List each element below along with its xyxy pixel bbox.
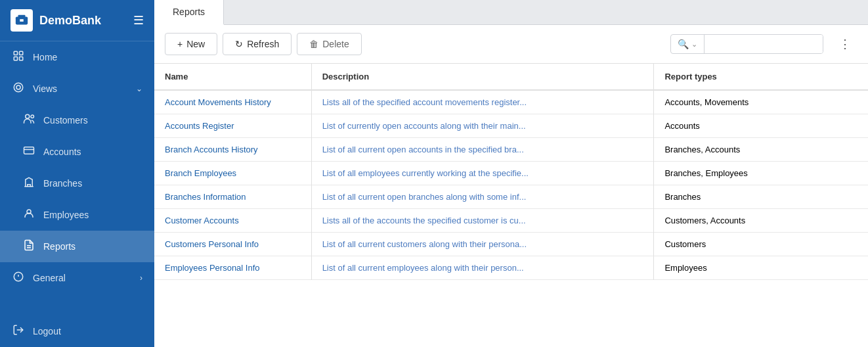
report-name-cell[interactable]: Branches Information [154,185,311,209]
views-icon [12,81,25,96]
views-chevron-icon: ⌄ [136,84,142,93]
table-row[interactable]: Branch Accounts HistoryList of all curre… [154,138,868,162]
tab-reports[interactable]: Reports [154,0,224,25]
sidebar-item-logout[interactable]: Logout [0,315,154,347]
sidebar-item-branches[interactable]: Branches [0,168,154,199]
svg-point-8 [16,85,20,89]
svg-rect-1 [18,15,26,18]
svg-point-7 [14,83,23,92]
new-button[interactable]: + New [165,33,217,55]
report-types-cell: Customers [654,233,868,256]
home-icon [12,50,25,64]
content-area: + New ↻ Refresh 🗑 Delete 🔍 ⌄ ⋮ [154,25,868,347]
report-types-cell: Accounts [654,114,868,138]
sidebar-item-employees-label: Employees [43,210,89,220]
search-controls[interactable]: 🔍 ⌄ [671,35,705,53]
svg-rect-2 [20,19,24,22]
more-options-icon[interactable]: ⋮ [833,33,857,55]
employees-icon [22,208,35,222]
refresh-icon: ↻ [235,39,243,49]
sidebar-item-views[interactable]: Views ⌄ [0,73,154,104]
sidebar-header: DemoBank ☰ [0,0,154,41]
sidebar-item-home-label: Home [33,52,57,62]
svg-point-9 [26,114,30,118]
refresh-button[interactable]: ↻ Refresh [223,33,292,55]
delete-button[interactable]: 🗑 Delete [297,33,361,55]
report-description-cell: List of all current employees along with… [311,256,654,280]
general-icon [12,271,25,285]
svg-rect-3 [14,51,17,55]
col-types-header: Report types [654,64,868,90]
table-row[interactable]: Customer AccountsLists all of the accoun… [154,209,868,233]
table-row[interactable]: Accounts RegisterList of currently open … [154,114,868,138]
logo-area: DemoBank [11,9,101,32]
report-name-cell[interactable]: Customer Accounts [154,209,311,233]
sidebar-item-reports-label: Reports [43,241,76,252]
sidebar-item-customers-label: Customers [43,115,88,126]
toolbar: + New ↻ Refresh 🗑 Delete 🔍 ⌄ ⋮ [154,25,868,64]
main-content: Reports + New ↻ Refresh 🗑 Delete 🔍 ⌄ [154,0,868,347]
svg-rect-5 [14,57,17,60]
report-name-cell[interactable]: Customers Personal Info [154,233,311,256]
sidebar-item-general[interactable]: General › [0,262,154,294]
sidebar-item-reports[interactable]: Reports [0,231,154,262]
branches-icon [22,176,35,191]
svg-rect-11 [24,147,34,154]
report-types-cell: Customers, Accounts [654,209,868,233]
table-row[interactable]: Account Movements HistoryLists all of th… [154,90,868,114]
sidebar-item-general-label: General [33,273,66,283]
report-description-cell: Lists all of the accounts the specified … [311,209,654,233]
logo-text: DemoBank [39,14,101,28]
report-types-cell: Accounts, Movements [654,90,868,114]
report-description-cell: List of all current customers along with… [311,233,654,256]
sidebar-item-customers[interactable]: Customers [0,104,154,136]
logo-icon [11,9,33,32]
hamburger-icon[interactable]: ☰ [133,13,144,28]
reports-table: Name Description Report types Account Mo… [154,64,868,280]
report-description-cell: List of currently open accounts along wi… [311,114,654,138]
report-name-cell[interactable]: Branch Employees [154,162,311,185]
report-types-cell: Employees [654,256,868,280]
table-row[interactable]: Branch EmployeesList of all employees cu… [154,162,868,185]
table-header-row: Name Description Report types [154,64,868,90]
sidebar-item-employees[interactable]: Employees [0,199,154,231]
sidebar-item-home[interactable]: Home [0,41,154,73]
report-description-cell: List of all current open branches along … [311,185,654,209]
report-name-cell[interactable]: Account Movements History [154,90,311,114]
report-description-cell: List of all current open accounts in the… [311,138,654,162]
sidebar-item-branches-label: Branches [43,178,82,189]
report-description-cell: List of all employees currently working … [311,162,654,185]
report-name-cell[interactable]: Branch Accounts History [154,138,311,162]
report-name-cell[interactable]: Accounts Register [154,114,311,138]
delete-icon: 🗑 [309,39,318,49]
col-name-header: Name [154,64,311,90]
report-description-cell: Lists all of the specified account movem… [311,90,654,114]
sidebar-item-views-label: Views [33,83,57,94]
tab-bar: Reports [154,0,868,25]
customers-icon [22,113,35,127]
reports-table-container: Name Description Report types Account Mo… [154,64,868,347]
svg-rect-6 [20,57,23,60]
accounts-icon [22,145,35,159]
col-description-header: Description [311,64,654,90]
general-chevron-icon: › [140,273,142,283]
reports-icon [22,239,35,254]
sidebar-item-accounts[interactable]: Accounts [0,136,154,168]
sidebar-item-accounts-label: Accounts [43,147,81,157]
table-row[interactable]: Employees Personal InfoList of all curre… [154,256,868,280]
search-input[interactable] [705,35,823,53]
report-types-cell: Branches, Employees [654,162,868,185]
report-types-cell: Branches, Accounts [654,138,868,162]
report-name-cell[interactable]: Employees Personal Info [154,256,311,280]
plus-icon: + [177,39,183,49]
logout-icon [12,324,25,338]
svg-rect-4 [20,51,23,55]
sidebar: DemoBank ☰ Home Views ⌄ [0,0,154,347]
search-chevron-icon[interactable]: ⌄ [691,40,697,49]
table-row[interactable]: Branches InformationList of all current … [154,185,868,209]
svg-point-10 [31,115,34,118]
search-icon: 🔍 [678,39,689,49]
sidebar-item-logout-label: Logout [33,326,61,336]
search-area: 🔍 ⌄ [670,34,823,54]
table-row[interactable]: Customers Personal InfoList of all curre… [154,233,868,256]
